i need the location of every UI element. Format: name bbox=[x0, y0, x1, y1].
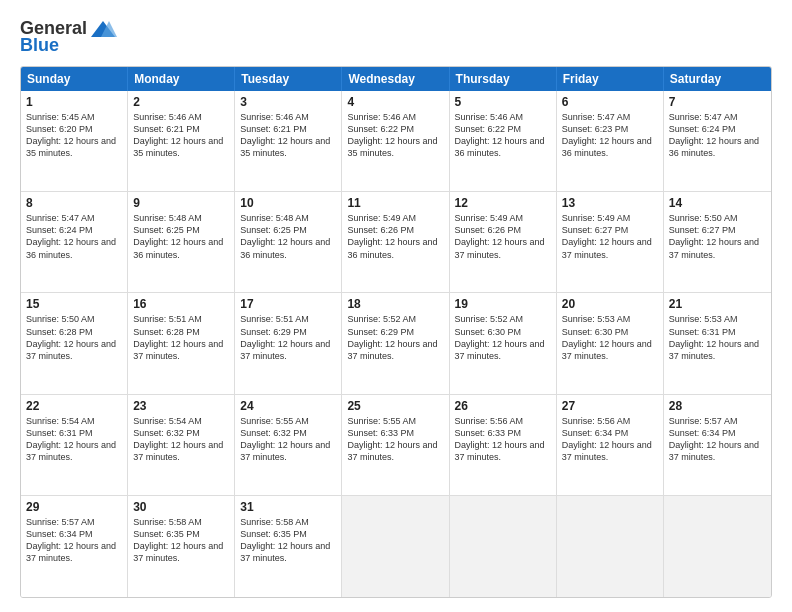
calendar-cell bbox=[664, 496, 771, 597]
calendar: SundayMondayTuesdayWednesdayThursdayFrid… bbox=[20, 66, 772, 598]
day-number: 15 bbox=[26, 297, 122, 311]
cell-info: Sunrise: 5:49 AMSunset: 6:26 PMDaylight:… bbox=[455, 213, 545, 259]
day-number: 6 bbox=[562, 95, 658, 109]
cell-info: Sunrise: 5:54 AMSunset: 6:31 PMDaylight:… bbox=[26, 416, 116, 462]
calendar-cell: 14 Sunrise: 5:50 AMSunset: 6:27 PMDaylig… bbox=[664, 192, 771, 292]
cell-info: Sunrise: 5:55 AMSunset: 6:33 PMDaylight:… bbox=[347, 416, 437, 462]
calendar-cell: 22 Sunrise: 5:54 AMSunset: 6:31 PMDaylig… bbox=[21, 395, 128, 495]
day-number: 18 bbox=[347, 297, 443, 311]
day-number: 14 bbox=[669, 196, 766, 210]
cell-info: Sunrise: 5:57 AMSunset: 6:34 PMDaylight:… bbox=[26, 517, 116, 563]
day-number: 13 bbox=[562, 196, 658, 210]
cell-info: Sunrise: 5:48 AMSunset: 6:25 PMDaylight:… bbox=[133, 213, 223, 259]
calendar-cell: 15 Sunrise: 5:50 AMSunset: 6:28 PMDaylig… bbox=[21, 293, 128, 393]
calendar-cell: 27 Sunrise: 5:56 AMSunset: 6:34 PMDaylig… bbox=[557, 395, 664, 495]
header-day-monday: Monday bbox=[128, 67, 235, 91]
header-day-saturday: Saturday bbox=[664, 67, 771, 91]
calendar-cell: 10 Sunrise: 5:48 AMSunset: 6:25 PMDaylig… bbox=[235, 192, 342, 292]
calendar-cell: 29 Sunrise: 5:57 AMSunset: 6:34 PMDaylig… bbox=[21, 496, 128, 597]
calendar-cell: 5 Sunrise: 5:46 AMSunset: 6:22 PMDayligh… bbox=[450, 91, 557, 191]
calendar-cell: 28 Sunrise: 5:57 AMSunset: 6:34 PMDaylig… bbox=[664, 395, 771, 495]
header-day-sunday: Sunday bbox=[21, 67, 128, 91]
calendar-cell: 2 Sunrise: 5:46 AMSunset: 6:21 PMDayligh… bbox=[128, 91, 235, 191]
cell-info: Sunrise: 5:58 AMSunset: 6:35 PMDaylight:… bbox=[240, 517, 330, 563]
cell-info: Sunrise: 5:53 AMSunset: 6:31 PMDaylight:… bbox=[669, 314, 759, 360]
calendar-cell: 25 Sunrise: 5:55 AMSunset: 6:33 PMDaylig… bbox=[342, 395, 449, 495]
calendar-row-2: 8 Sunrise: 5:47 AMSunset: 6:24 PMDayligh… bbox=[21, 192, 771, 293]
calendar-row-1: 1 Sunrise: 5:45 AMSunset: 6:20 PMDayligh… bbox=[21, 91, 771, 192]
day-number: 25 bbox=[347, 399, 443, 413]
day-number: 20 bbox=[562, 297, 658, 311]
cell-info: Sunrise: 5:46 AMSunset: 6:21 PMDaylight:… bbox=[240, 112, 330, 158]
day-number: 8 bbox=[26, 196, 122, 210]
calendar-cell: 12 Sunrise: 5:49 AMSunset: 6:26 PMDaylig… bbox=[450, 192, 557, 292]
day-number: 7 bbox=[669, 95, 766, 109]
logo-icon bbox=[89, 19, 117, 39]
cell-info: Sunrise: 5:50 AMSunset: 6:28 PMDaylight:… bbox=[26, 314, 116, 360]
cell-info: Sunrise: 5:49 AMSunset: 6:26 PMDaylight:… bbox=[347, 213, 437, 259]
calendar-cell: 16 Sunrise: 5:51 AMSunset: 6:28 PMDaylig… bbox=[128, 293, 235, 393]
cell-info: Sunrise: 5:51 AMSunset: 6:28 PMDaylight:… bbox=[133, 314, 223, 360]
day-number: 2 bbox=[133, 95, 229, 109]
day-number: 11 bbox=[347, 196, 443, 210]
day-number: 26 bbox=[455, 399, 551, 413]
day-number: 28 bbox=[669, 399, 766, 413]
header: General Blue bbox=[20, 18, 772, 56]
cell-info: Sunrise: 5:52 AMSunset: 6:29 PMDaylight:… bbox=[347, 314, 437, 360]
calendar-cell bbox=[557, 496, 664, 597]
day-number: 31 bbox=[240, 500, 336, 514]
calendar-cell: 21 Sunrise: 5:53 AMSunset: 6:31 PMDaylig… bbox=[664, 293, 771, 393]
calendar-cell: 20 Sunrise: 5:53 AMSunset: 6:30 PMDaylig… bbox=[557, 293, 664, 393]
calendar-cell: 17 Sunrise: 5:51 AMSunset: 6:29 PMDaylig… bbox=[235, 293, 342, 393]
cell-info: Sunrise: 5:45 AMSunset: 6:20 PMDaylight:… bbox=[26, 112, 116, 158]
calendar-cell: 24 Sunrise: 5:55 AMSunset: 6:32 PMDaylig… bbox=[235, 395, 342, 495]
cell-info: Sunrise: 5:53 AMSunset: 6:30 PMDaylight:… bbox=[562, 314, 652, 360]
calendar-cell: 8 Sunrise: 5:47 AMSunset: 6:24 PMDayligh… bbox=[21, 192, 128, 292]
day-number: 27 bbox=[562, 399, 658, 413]
cell-info: Sunrise: 5:47 AMSunset: 6:24 PMDaylight:… bbox=[669, 112, 759, 158]
day-number: 5 bbox=[455, 95, 551, 109]
day-number: 4 bbox=[347, 95, 443, 109]
calendar-row-4: 22 Sunrise: 5:54 AMSunset: 6:31 PMDaylig… bbox=[21, 395, 771, 496]
calendar-body: 1 Sunrise: 5:45 AMSunset: 6:20 PMDayligh… bbox=[21, 91, 771, 597]
calendar-cell: 31 Sunrise: 5:58 AMSunset: 6:35 PMDaylig… bbox=[235, 496, 342, 597]
header-day-friday: Friday bbox=[557, 67, 664, 91]
cell-info: Sunrise: 5:55 AMSunset: 6:32 PMDaylight:… bbox=[240, 416, 330, 462]
calendar-row-3: 15 Sunrise: 5:50 AMSunset: 6:28 PMDaylig… bbox=[21, 293, 771, 394]
cell-info: Sunrise: 5:47 AMSunset: 6:23 PMDaylight:… bbox=[562, 112, 652, 158]
calendar-cell: 11 Sunrise: 5:49 AMSunset: 6:26 PMDaylig… bbox=[342, 192, 449, 292]
calendar-header: SundayMondayTuesdayWednesdayThursdayFrid… bbox=[21, 67, 771, 91]
day-number: 19 bbox=[455, 297, 551, 311]
calendar-cell: 18 Sunrise: 5:52 AMSunset: 6:29 PMDaylig… bbox=[342, 293, 449, 393]
cell-info: Sunrise: 5:49 AMSunset: 6:27 PMDaylight:… bbox=[562, 213, 652, 259]
day-number: 23 bbox=[133, 399, 229, 413]
calendar-cell: 30 Sunrise: 5:58 AMSunset: 6:35 PMDaylig… bbox=[128, 496, 235, 597]
page: General Blue SundayMondayTuesdayWednesda… bbox=[0, 0, 792, 612]
day-number: 16 bbox=[133, 297, 229, 311]
day-number: 12 bbox=[455, 196, 551, 210]
calendar-cell: 7 Sunrise: 5:47 AMSunset: 6:24 PMDayligh… bbox=[664, 91, 771, 191]
cell-info: Sunrise: 5:46 AMSunset: 6:22 PMDaylight:… bbox=[347, 112, 437, 158]
calendar-cell: 19 Sunrise: 5:52 AMSunset: 6:30 PMDaylig… bbox=[450, 293, 557, 393]
day-number: 17 bbox=[240, 297, 336, 311]
day-number: 1 bbox=[26, 95, 122, 109]
cell-info: Sunrise: 5:50 AMSunset: 6:27 PMDaylight:… bbox=[669, 213, 759, 259]
calendar-row-5: 29 Sunrise: 5:57 AMSunset: 6:34 PMDaylig… bbox=[21, 496, 771, 597]
calendar-cell: 9 Sunrise: 5:48 AMSunset: 6:25 PMDayligh… bbox=[128, 192, 235, 292]
calendar-cell: 1 Sunrise: 5:45 AMSunset: 6:20 PMDayligh… bbox=[21, 91, 128, 191]
day-number: 10 bbox=[240, 196, 336, 210]
day-number: 3 bbox=[240, 95, 336, 109]
cell-info: Sunrise: 5:47 AMSunset: 6:24 PMDaylight:… bbox=[26, 213, 116, 259]
logo-blue: Blue bbox=[20, 35, 59, 56]
day-number: 21 bbox=[669, 297, 766, 311]
cell-info: Sunrise: 5:46 AMSunset: 6:21 PMDaylight:… bbox=[133, 112, 223, 158]
logo: General Blue bbox=[20, 18, 117, 56]
cell-info: Sunrise: 5:46 AMSunset: 6:22 PMDaylight:… bbox=[455, 112, 545, 158]
calendar-cell: 6 Sunrise: 5:47 AMSunset: 6:23 PMDayligh… bbox=[557, 91, 664, 191]
calendar-cell: 23 Sunrise: 5:54 AMSunset: 6:32 PMDaylig… bbox=[128, 395, 235, 495]
cell-info: Sunrise: 5:52 AMSunset: 6:30 PMDaylight:… bbox=[455, 314, 545, 360]
calendar-cell bbox=[342, 496, 449, 597]
cell-info: Sunrise: 5:56 AMSunset: 6:33 PMDaylight:… bbox=[455, 416, 545, 462]
calendar-cell: 3 Sunrise: 5:46 AMSunset: 6:21 PMDayligh… bbox=[235, 91, 342, 191]
cell-info: Sunrise: 5:57 AMSunset: 6:34 PMDaylight:… bbox=[669, 416, 759, 462]
